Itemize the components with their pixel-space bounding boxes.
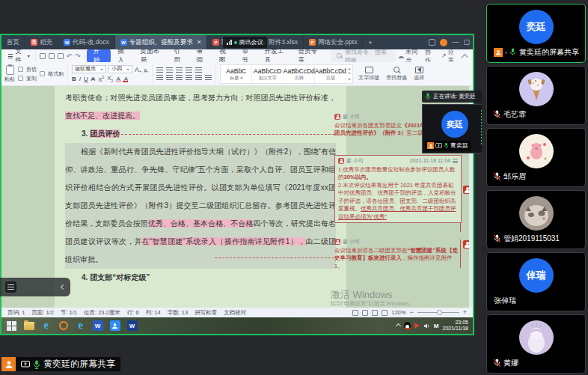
zoom-slider-knob[interactable] <box>437 310 442 315</box>
zoom-in-button[interactable]: + <box>463 309 467 316</box>
word-app-icon[interactable]: W <box>92 320 103 332</box>
participant-tile[interactable]: 奕廷 黄奕廷的屏幕共享 <box>486 4 586 63</box>
style-footer[interactable]: AaBbCcDd页脚 <box>284 65 315 83</box>
style-heading4[interactable]: AaBbC标题 4 <box>221 65 252 83</box>
style-comment-text[interactable]: AaBbCcD批注文字 <box>252 65 284 83</box>
collapse-ribbon-icon[interactable] <box>462 53 468 60</box>
tab-docer[interactable]: 壳稻壳 <box>25 35 58 49</box>
participant-name: 邹乐眉 <box>503 171 526 182</box>
meeting-app-icon[interactable] <box>109 320 120 332</box>
mic-muted-icon <box>494 234 501 243</box>
numbered-list-icon[interactable] <box>166 67 173 73</box>
tab-document-active[interactable]: W专题组织、提醒及要求✕ <box>115 35 208 49</box>
participant-tile[interactable]: 黄娜 <box>486 314 586 374</box>
comment-menu-icon[interactable] <box>453 159 458 163</box>
minimize-button[interactable]: — <box>452 39 459 46</box>
font-size-select[interactable]: 小四 <box>108 65 132 73</box>
new-tab-button[interactable]: + <box>363 35 377 49</box>
zoom-slider[interactable] <box>417 312 459 313</box>
redo-icon[interactable]: ↷ <box>75 52 81 60</box>
taskbar-clock[interactable]: 23:05 2021/11/18 <box>442 320 468 332</box>
speaker-icon[interactable] <box>423 323 430 329</box>
paste-button[interactable]: 粘贴 <box>4 65 15 83</box>
highlight-color-button[interactable]: A <box>116 76 120 82</box>
participant-tile[interactable]: 倬瑞 张倬瑞 <box>486 252 586 311</box>
view-web-icon[interactable] <box>372 310 378 316</box>
subscript-button[interactable]: X2 <box>107 75 113 83</box>
document-page[interactable]: 考职责使命；对照先进党员团员事迹，思考努力方向；对照团员先进性评价标准，查找不足… <box>55 86 346 308</box>
align-center-icon[interactable] <box>166 75 173 80</box>
overlay-video-tile[interactable]: 奕廷 黄奕廷 <box>422 104 488 153</box>
print-icon[interactable] <box>49 53 55 59</box>
input-method-indicator[interactable]: M <box>434 323 439 329</box>
underline-button[interactable]: U <box>84 76 88 82</box>
copy-button[interactable]: 复制 <box>18 75 37 82</box>
comment-card[interactable]: 廖 小可2021-11-18 11:04 1.优秀等次团员数量应控制在参加评议团… <box>334 155 462 223</box>
wps-app-icon[interactable]: W <box>126 320 138 332</box>
collapse-left-icon[interactable] <box>61 284 66 290</box>
avatar <box>519 134 554 168</box>
justify-icon[interactable] <box>186 75 192 80</box>
view-outline-icon[interactable] <box>362 310 368 316</box>
tab-document-daima[interactable]: W代码-改.docx <box>58 35 115 49</box>
comment-card[interactable]: 廖 小可 会议结束后请各二级团支部在“智慧团建”系统【党史学习教育】板块进行录入… <box>334 238 462 270</box>
select-button[interactable]: 选择 <box>412 67 426 82</box>
comment-header: 廖 小可2021-11-18 11:04 <box>338 157 458 165</box>
paste-icon <box>6 65 14 75</box>
align-left-icon[interactable] <box>156 75 163 80</box>
tray-expand-icon[interactable] <box>396 323 401 328</box>
decrease-indent-icon[interactable] <box>176 67 183 73</box>
floating-meeting-widget[interactable] <box>0 278 70 296</box>
spell-check-toggle[interactable]: 拼写检查 <box>195 309 217 317</box>
font-name-select[interactable]: 微软雅黑 <box>72 65 106 73</box>
maximize-button[interactable]: ▢ <box>463 39 470 46</box>
zoom-out-button[interactable]: − <box>409 309 413 316</box>
superscript-button[interactable]: X2 <box>98 75 104 83</box>
ie-browser-icon[interactable]: e <box>40 320 52 332</box>
strikethrough-button[interactable]: A <box>91 76 95 82</box>
cut-button[interactable]: 剪切 <box>18 66 37 73</box>
skin-icon[interactable] <box>429 39 435 46</box>
word-count[interactable]: 字数: 13 <box>168 309 189 317</box>
text-direction-icon[interactable] <box>195 67 202 73</box>
tab-home[interactable]: 首页 <box>1 35 25 49</box>
tile-label: 管娟2019115031 <box>491 233 563 245</box>
file-explorer-icon[interactable] <box>23 320 34 332</box>
font-color-button[interactable]: A <box>124 76 128 82</box>
increase-indent-icon[interactable] <box>186 67 192 73</box>
mic-on-icon <box>444 142 449 149</box>
participant-tile[interactable]: 管娟2019115031 <box>486 190 586 249</box>
mic-on-icon <box>425 93 431 100</box>
preview-icon[interactable] <box>58 53 64 59</box>
view-read-icon[interactable] <box>382 310 388 316</box>
view-mode-icon[interactable] <box>352 310 358 316</box>
style-header[interactable]: AaBbCcDd页眉 <box>315 65 346 83</box>
bold-button[interactable]: B <box>72 76 76 82</box>
italic-button[interactable]: I <box>79 76 81 82</box>
styles-gallery-arrows[interactable] <box>346 65 352 83</box>
save-icon[interactable] <box>40 53 46 59</box>
text-layout-button[interactable]: 文字排版 <box>357 67 381 82</box>
find-replace-button[interactable]: 查找替换 <box>385 67 408 82</box>
zoom-level[interactable]: 120% <box>391 309 405 316</box>
align-right-icon[interactable] <box>176 75 183 80</box>
participant-tile[interactable]: 毛艺霏 <box>486 66 586 125</box>
browser-icon[interactable] <box>58 320 69 332</box>
start-button[interactable] <box>6 320 17 332</box>
proofread-toggle[interactable]: 文档校对 <box>224 309 246 317</box>
decrease-font-button[interactable]: A- <box>144 65 148 73</box>
increase-font-button[interactable]: A+ <box>135 65 141 73</box>
flag-tray-icon[interactable] <box>414 323 420 329</box>
bullet-list-icon[interactable] <box>156 67 163 73</box>
format-painter-button[interactable]: 格式刷 <box>40 70 64 78</box>
account-avatar[interactable] <box>440 39 447 46</box>
tab-ppt[interactable]: P网络安全.pptx <box>304 35 363 49</box>
undo-icon[interactable]: ↶ <box>67 52 73 60</box>
shading-icon[interactable] <box>205 75 212 80</box>
ie-browser-icon-2[interactable]: e <box>75 320 86 332</box>
line-spacing-icon[interactable] <box>195 75 202 80</box>
qq-tray-icon[interactable] <box>404 322 411 329</box>
tencent-meeting-chip[interactable]: 腾讯会议 <box>223 37 267 48</box>
participant-tile[interactable]: 邹乐眉 <box>486 128 586 187</box>
close-tab-icon[interactable]: ✕ <box>197 39 202 46</box>
